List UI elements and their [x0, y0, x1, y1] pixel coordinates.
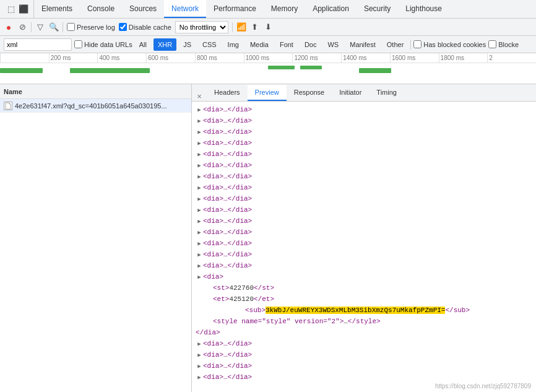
- preview-tab-preview[interactable]: Preview: [248, 85, 287, 101]
- xml-line[interactable]: ▶<dia>…</dia>: [192, 160, 536, 171]
- tab-performance[interactable]: Performance: [206, 0, 264, 18]
- disable-cache-checkbox[interactable]: Disable cache: [119, 23, 171, 31]
- timeline-scale: 200 ms 400 ms 600 ms 800 ms 1000 ms 1200…: [0, 53, 536, 63]
- request-row[interactable]: 4e2e631f47.xml?qd_sc=401b6051a645a030195…: [0, 99, 191, 113]
- tab-network[interactable]: Network: [164, 0, 206, 18]
- expand-arrow[interactable]: ▶: [196, 217, 203, 225]
- request-name: 4e2e631f47.xml?qd_sc=401b6051a645a030195…: [15, 102, 167, 110]
- expand-arrow[interactable]: ▶: [196, 117, 203, 124]
- xml-tag-text: <dia>…</dia>: [203, 251, 252, 258]
- expand-arrow[interactable]: ▶: [196, 184, 203, 191]
- xml-line[interactable]: ▶<dia>…</dia>: [192, 182, 536, 193]
- xml-line[interactable]: ▶<dia>…</dia>: [192, 249, 536, 260]
- filter-doc[interactable]: Doc: [300, 38, 321, 51]
- xml-line[interactable]: ▶<dia>: [192, 271, 536, 282]
- search-input[interactable]: [4, 38, 72, 51]
- filter-font[interactable]: Font: [275, 38, 298, 51]
- record-icon[interactable]: ●: [4, 22, 14, 32]
- filter-ws[interactable]: WS: [323, 38, 343, 51]
- xml-line[interactable]: <style name="style" version="2">…</style…: [192, 316, 536, 327]
- filter-all[interactable]: All: [135, 38, 151, 51]
- xml-line[interactable]: <st>422760</st>: [192, 282, 536, 294]
- xml-line[interactable]: ▶<dia>…</dia>: [192, 193, 536, 204]
- expand-arrow[interactable]: ▶: [196, 240, 203, 247]
- expand-arrow[interactable]: ▶: [196, 373, 203, 381]
- preview-tab-initiator[interactable]: Initiator: [332, 85, 369, 101]
- xml-content-area[interactable]: ▶<dia>…</dia>▶<dia>…</dia>▶<dia>…</dia>▶…: [192, 102, 536, 392]
- xml-line[interactable]: ▶<dia>…</dia>: [192, 338, 536, 349]
- xml-tag-text: <dia>: [203, 273, 223, 281]
- stop-icon[interactable]: ⊘: [17, 22, 27, 32]
- expand-arrow[interactable]: ▶: [196, 251, 203, 258]
- expand-arrow[interactable]: ▶: [196, 362, 203, 370]
- filter-css[interactable]: CSS: [198, 38, 221, 51]
- filter-icon[interactable]: ▽: [35, 22, 45, 32]
- inspect-icon[interactable]: ⬚: [7, 4, 15, 14]
- separator-filter: [410, 40, 411, 50]
- xml-line[interactable]: <et>425120</et>: [192, 294, 536, 305]
- timeline: 200 ms 400 ms 600 ms 800 ms 1000 ms 1200…: [0, 53, 536, 84]
- xml-line[interactable]: ▶<dia>…</dia>: [192, 115, 536, 126]
- xml-line[interactable]: ▶<dia>…</dia>: [192, 360, 536, 372]
- upload-icon[interactable]: ⬆: [250, 22, 260, 32]
- xml-line[interactable]: ▶<dia>…</dia>: [192, 372, 536, 383]
- xml-tag-text: <dia>…</dia>: [203, 340, 252, 347]
- xml-line[interactable]: ▶<dia>…</dia>: [192, 171, 536, 182]
- xml-line[interactable]: ▶<dia>…</dia>: [192, 104, 536, 115]
- timeline-bars: [0, 63, 536, 84]
- tab-application[interactable]: Application: [305, 0, 357, 18]
- devtools-tab-bar: ⬚ ⬛ Elements Console Sources Network Per…: [0, 0, 536, 19]
- wifi-icon[interactable]: 📶: [236, 22, 246, 32]
- expand-arrow[interactable]: ▶: [196, 229, 203, 236]
- expand-arrow[interactable]: ▶: [196, 106, 203, 113]
- preview-tab-timing[interactable]: Timing: [369, 85, 404, 101]
- filter-img[interactable]: Img: [223, 38, 243, 51]
- expand-arrow[interactable]: ▶: [196, 173, 203, 180]
- filter-manifest[interactable]: Manifest: [345, 38, 380, 51]
- preserve-log-checkbox[interactable]: Preserve log: [67, 23, 115, 31]
- tab-console[interactable]: Console: [80, 0, 122, 18]
- has-blocked-checkbox[interactable]: Has blocked cookies: [413, 40, 486, 48]
- xml-line[interactable]: </dia>: [192, 327, 536, 338]
- tab-elements[interactable]: Elements: [34, 0, 80, 18]
- preview-tab-response[interactable]: Response: [287, 85, 332, 101]
- filter-xhr[interactable]: XHR: [153, 38, 176, 51]
- main-content: Name 4e2e631f47.xml?qd_sc=401b6051a645a0…: [0, 84, 536, 392]
- search-icon[interactable]: 🔍: [49, 22, 59, 32]
- close-button[interactable]: ×: [194, 91, 204, 101]
- expand-arrow[interactable]: ▶: [196, 340, 203, 347]
- tab-lighthouse[interactable]: Lighthouse: [398, 0, 449, 18]
- filter-other[interactable]: Other: [383, 38, 408, 51]
- expand-arrow[interactable]: ▶: [196, 351, 203, 359]
- blocked-checkbox[interactable]: Blocke: [488, 40, 519, 48]
- tab-sources[interactable]: Sources: [122, 0, 164, 18]
- expand-arrow[interactable]: ▶: [196, 162, 203, 169]
- filter-js[interactable]: JS: [179, 38, 196, 51]
- device-icon[interactable]: ⬛: [19, 4, 28, 14]
- xml-line[interactable]: ▶<dia>…</dia>: [192, 260, 536, 271]
- xml-line[interactable]: ▶<dia>…</dia>: [192, 149, 536, 160]
- expand-arrow[interactable]: ▶: [196, 128, 203, 136]
- download-icon[interactable]: ⬇: [264, 22, 274, 32]
- xml-line[interactable]: ▶<dia>…</dia>: [192, 227, 536, 238]
- expand-arrow[interactable]: ▶: [196, 139, 203, 147]
- xml-line[interactable]: ▶<dia>…</dia>: [192, 204, 536, 216]
- expand-arrow[interactable]: ▶: [196, 195, 203, 203]
- xml-line[interactable]: ▶<dia>…</dia>: [192, 137, 536, 149]
- expand-arrow[interactable]: ▶: [196, 262, 203, 269]
- xml-line[interactable]: ▶<dia>…</dia>: [192, 349, 536, 360]
- xml-line[interactable]: <sub>3kWbJ/euWREYX3WDSxMLbM3SibXmzQs7uMk…: [192, 305, 536, 316]
- expand-arrow[interactable]: ▶: [196, 206, 203, 214]
- xml-line[interactable]: ▶<dia>…</dia>: [192, 216, 536, 227]
- hide-data-urls-checkbox[interactable]: Hide data URLs: [74, 40, 132, 48]
- preserve-log-label: Preserve log: [77, 24, 115, 31]
- preview-tab-headers[interactable]: Headers: [207, 85, 248, 101]
- xml-line[interactable]: ▶<dia>…</dia>: [192, 126, 536, 137]
- tab-security[interactable]: Security: [357, 0, 398, 18]
- filter-media[interactable]: Media: [246, 38, 273, 51]
- throttle-select[interactable]: No throttling: [175, 21, 228, 33]
- tab-memory[interactable]: Memory: [264, 0, 305, 18]
- expand-arrow[interactable]: ▶: [196, 273, 203, 281]
- xml-line[interactable]: ▶<dia>…</dia>: [192, 238, 536, 249]
- expand-arrow[interactable]: ▶: [196, 150, 203, 158]
